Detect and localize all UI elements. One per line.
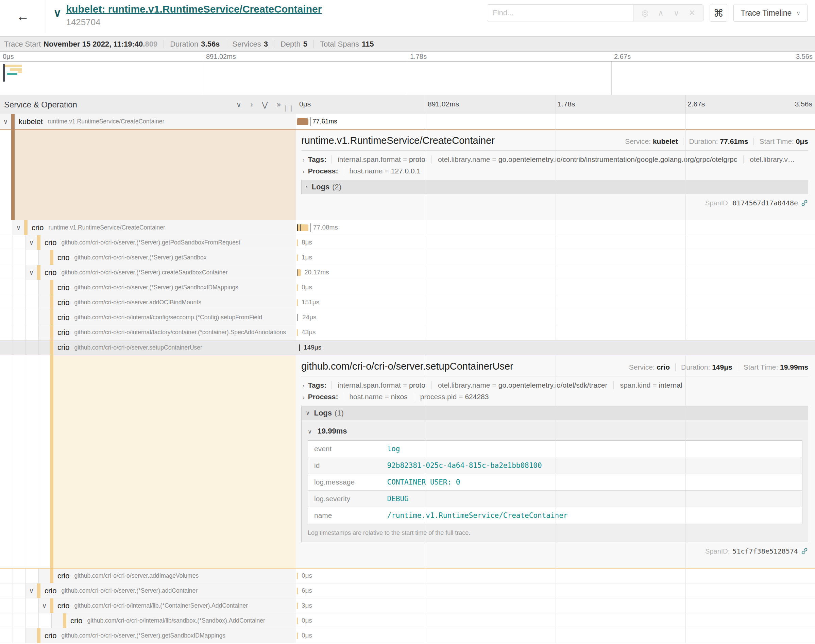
span-color-accent xyxy=(50,569,54,583)
logs-accordion[interactable]: ∨ Logs (1) xyxy=(301,406,808,420)
span-duration-label: 0μs xyxy=(302,632,312,639)
span-row[interactable]: ∨ crio github.com/cri-o/cri-o/internal/l… xyxy=(0,598,815,613)
tags-accordion[interactable]: › Tags: internal.span.format=proto otel.… xyxy=(301,155,808,164)
span-bar[interactable] xyxy=(297,269,301,276)
span-bar[interactable] xyxy=(297,573,298,580)
span-timeline-cell[interactable]: 1μs xyxy=(296,250,815,265)
span-timeline-cell[interactable]: 151μs xyxy=(296,295,815,310)
span-timeline-cell[interactable]: 8μs xyxy=(296,235,815,250)
collapse-one-icon[interactable]: ∨ xyxy=(236,100,241,109)
span-timeline-cell[interactable]: 20.17ms xyxy=(296,265,815,280)
span-timeline-cell[interactable]: 77.08ms xyxy=(296,220,815,235)
span-bar[interactable] xyxy=(297,299,298,306)
span-row[interactable]: ∨ crio github.com/cri-o/cri-o/server.(*S… xyxy=(0,235,815,250)
span-collapse-icon[interactable]: ∨ xyxy=(39,602,50,610)
span-collapse-icon[interactable]: ∨ xyxy=(13,224,24,232)
span-service-name: crio xyxy=(32,223,43,232)
service-label: Service: xyxy=(625,137,651,146)
span-row[interactable]: ∨ crio github.com/cri-o/cri-o/server.(*S… xyxy=(0,583,815,598)
span-timeline-cell[interactable]: 0μs xyxy=(296,629,815,643)
process-accordion[interactable]: › Process: host.name=nixos process.pid=6… xyxy=(301,393,808,401)
span-timeline-cell[interactable]: 3μs xyxy=(296,598,815,613)
span-collapse-icon[interactable]: ∨ xyxy=(0,118,11,126)
logs-accordion[interactable]: › Logs (2) xyxy=(301,180,808,194)
span-row[interactable]: crio github.com/cri-o/cri-o/server.setup… xyxy=(0,340,815,355)
trace-title-link[interactable]: kubelet: runtime.v1.RuntimeService/Creat… xyxy=(66,3,322,15)
process-accordion[interactable]: › Process: host.name=127.0.0.1 xyxy=(301,167,808,175)
start-time-value: 0μs xyxy=(796,137,808,146)
span-row[interactable]: crio github.com/cri-o/cri-o/server.addOC… xyxy=(0,295,815,310)
span-row[interactable]: ∨ crio github.com/cri-o/cri-o/server.(*S… xyxy=(0,265,815,280)
minimap-span-bar xyxy=(10,68,22,71)
span-timeline-cell[interactable]: 0μs xyxy=(296,280,815,295)
span-row[interactable]: crio github.com/cri-o/cri-o/internal/lib… xyxy=(0,613,815,629)
next-result-icon[interactable]: ∨ xyxy=(668,8,684,18)
total-spans-label: Total Spans xyxy=(320,40,359,49)
span-row[interactable]: crio github.com/cri-o/cri-o/server.(*Ser… xyxy=(0,250,815,265)
expand-all-icon[interactable]: » xyxy=(277,100,281,109)
timeline-tick: 891.02ms xyxy=(428,100,459,108)
span-row[interactable]: crio github.com/cri-o/cri-o/server.(*Ser… xyxy=(0,280,815,295)
span-bar[interactable] xyxy=(297,587,298,594)
span-collapse-icon[interactable]: ∨ xyxy=(26,587,37,595)
prev-result-icon[interactable]: ∧ xyxy=(653,8,668,18)
span-duration-label: 0μs xyxy=(302,284,312,291)
keyboard-shortcuts-button[interactable]: ⌘ xyxy=(709,4,727,22)
span-bar[interactable] xyxy=(297,603,298,609)
span-bar[interactable] xyxy=(297,329,298,336)
span-bar[interactable] xyxy=(297,118,308,125)
trace-header-collapse-icon[interactable]: ∨ xyxy=(54,8,61,18)
span-row[interactable]: crio github.com/cri-o/cri-o/internal/con… xyxy=(0,310,815,325)
span-timeline-cell[interactable]: 24μs xyxy=(296,310,815,325)
span-bar[interactable] xyxy=(297,224,308,231)
span-bar[interactable] xyxy=(297,239,298,246)
span-detail-setupcontaineruser: github.com/cri-o/cri-o/server.setupConta… xyxy=(0,355,815,569)
span-row[interactable]: ∨ kubelet runtime.v1.RuntimeService/Crea… xyxy=(0,114,815,129)
logs-body: ∨ 19.99ms eventlog id92b82381-025c-4a64-… xyxy=(301,420,808,542)
span-end-tick xyxy=(310,223,311,232)
span-timeline-cell[interactable]: 0μs xyxy=(296,613,815,628)
span-timeline-cell[interactable]: 77.61ms xyxy=(296,114,815,129)
logs-count: (2) xyxy=(332,182,342,192)
trace-view-selector[interactable]: Trace Timeline ∨ xyxy=(734,4,807,22)
back-button[interactable]: ← xyxy=(0,0,46,33)
span-timeline-cell[interactable]: 149μs xyxy=(296,340,815,355)
detail-span-title: github.com/cri-o/cri-o/server.setupConta… xyxy=(301,361,513,372)
column-resize-handle[interactable]: ❙❙ xyxy=(283,104,294,112)
expand-one-icon[interactable]: › xyxy=(250,100,253,109)
clear-search-icon[interactable]: ✕ xyxy=(684,8,700,18)
spanid-label: SpanID: xyxy=(705,199,730,207)
span-bar[interactable] xyxy=(297,632,298,639)
span-row[interactable]: crio github.com/cri-o/cri-o/server.addIm… xyxy=(0,569,815,583)
locate-icon[interactable]: ◎ xyxy=(637,8,653,18)
span-color-accent xyxy=(37,235,40,250)
chevron-down-icon: ∨ xyxy=(308,428,312,435)
trace-minimap[interactable] xyxy=(0,61,815,95)
span-row[interactable]: ∨ crio runtime.v1.RuntimeService/CreateC… xyxy=(0,220,815,235)
span-collapse-icon[interactable]: ∨ xyxy=(26,239,37,247)
start-time-label: Start Time: xyxy=(759,137,794,146)
span-service-name: crio xyxy=(44,268,57,277)
span-timeline-cell[interactable]: 6μs xyxy=(296,583,815,598)
minimap-tick: 0μs xyxy=(3,53,14,61)
timeline-tick: 0μs xyxy=(299,100,311,108)
span-timeline-cell[interactable]: 0μs xyxy=(296,569,815,583)
link-icon[interactable] xyxy=(801,547,808,555)
span-timeline-cell[interactable]: 43μs xyxy=(296,325,815,340)
span-row[interactable]: crio github.com/cri-o/cri-o/server.(*Ser… xyxy=(0,629,815,643)
span-row[interactable]: crio github.com/cri-o/cri-o/internal/fac… xyxy=(0,325,815,340)
span-bar[interactable] xyxy=(297,284,298,291)
tags-accordion[interactable]: › Tags: internal.span.format=proto otel.… xyxy=(301,381,808,389)
find-input[interactable] xyxy=(487,5,633,21)
collapse-all-icon[interactable]: ⋁ xyxy=(262,100,268,109)
span-operation-name: runtime.v1.RuntimeService/CreateContaine… xyxy=(48,224,165,231)
service-value: crio xyxy=(657,363,670,371)
log-fields-table: eventlog id92b82381-025c-4a64-815c-ba2e1… xyxy=(308,440,803,524)
log-entry-toggle[interactable]: ∨ 19.99ms xyxy=(308,427,802,435)
span-bar[interactable] xyxy=(297,255,298,261)
table-row: log.messageCONTAINER USER: 0 xyxy=(308,474,803,491)
link-icon[interactable] xyxy=(801,199,808,207)
span-duration-label: 77.61ms xyxy=(313,118,337,125)
span-collapse-icon[interactable]: ∨ xyxy=(26,268,37,276)
span-bar[interactable] xyxy=(297,618,298,624)
